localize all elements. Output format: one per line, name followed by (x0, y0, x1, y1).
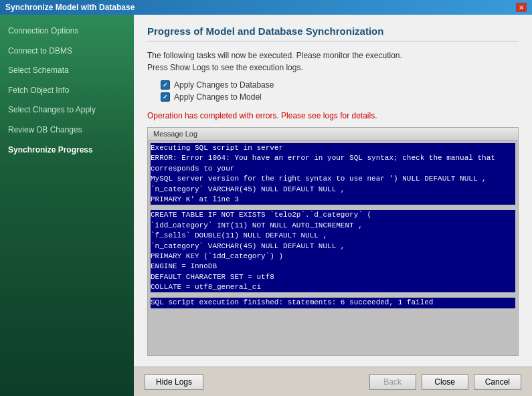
sidebar-item-select-changes-to-apply[interactable]: Select Changes to Apply (0, 100, 134, 120)
title-bar-close-button[interactable]: ✕ (516, 3, 527, 12)
close-button[interactable]: Close (422, 374, 468, 390)
checkboxes-section: Apply Changes to Database Apply Changes … (161, 80, 519, 104)
footer-right: Back Close Cancel (369, 374, 521, 390)
hide-logs-button[interactable]: Hide Logs (145, 374, 203, 390)
message-log-body[interactable]: Executing SQL script in serverERROR: Err… (148, 140, 518, 355)
cancel-button[interactable]: Cancel (474, 374, 521, 390)
sidebar-item-synchronize-progress[interactable]: Synchronize Progress (0, 140, 134, 161)
main-container: Connection Options Connect to DBMS Selec… (0, 15, 532, 396)
checkbox-apply-model-label: Apply Changes to Model (174, 92, 262, 102)
footer-left: Hide Logs (145, 374, 203, 390)
footer: Hide Logs Back Close Cancel (134, 367, 532, 396)
message-log-content: Executing SQL script in serverERROR: Err… (148, 140, 518, 311)
sidebar-item-review-db-changes[interactable]: Review DB Changes (0, 120, 134, 140)
error-message: Operation has completed with errors. Ple… (147, 111, 519, 120)
description-line1: The following tasks will now be executed… (147, 51, 402, 60)
checkbox-apply-db-label: Apply Changes to Database (174, 80, 274, 90)
description-line2: Press Show Logs to see the execution log… (147, 63, 303, 72)
page-title: Progress of Model and Database Synchroni… (147, 25, 519, 41)
title-bar-text: Synchronize Model with Database (5, 3, 135, 12)
message-log-container: Message Log Executing SQL script in serv… (147, 127, 519, 356)
content-inner: Progress of Model and Database Synchroni… (134, 15, 532, 367)
checkbox-row-apply-db: Apply Changes to Database (161, 80, 519, 90)
back-button[interactable]: Back (369, 374, 416, 390)
content-area: Progress of Model and Database Synchroni… (134, 15, 532, 396)
sidebar: Connection Options Connect to DBMS Selec… (0, 15, 134, 396)
sidebar-item-connection-options[interactable]: Connection Options (0, 21, 134, 41)
sidebar-item-fetch-object-info[interactable]: Fetch Object Info (0, 81, 134, 101)
checkbox-apply-db-icon[interactable] (161, 80, 170, 90)
message-log-title: Message Log (148, 128, 518, 140)
checkbox-apply-model-icon[interactable] (161, 92, 170, 102)
sidebar-item-select-schemata[interactable]: Select Schemata (0, 61, 134, 81)
sidebar-item-connect-to-dbms[interactable]: Connect to DBMS (0, 41, 134, 62)
checkbox-row-apply-model: Apply Changes to Model (161, 92, 519, 102)
title-bar: Synchronize Model with Database ✕ (0, 0, 532, 15)
description: The following tasks will now be executed… (147, 50, 519, 74)
